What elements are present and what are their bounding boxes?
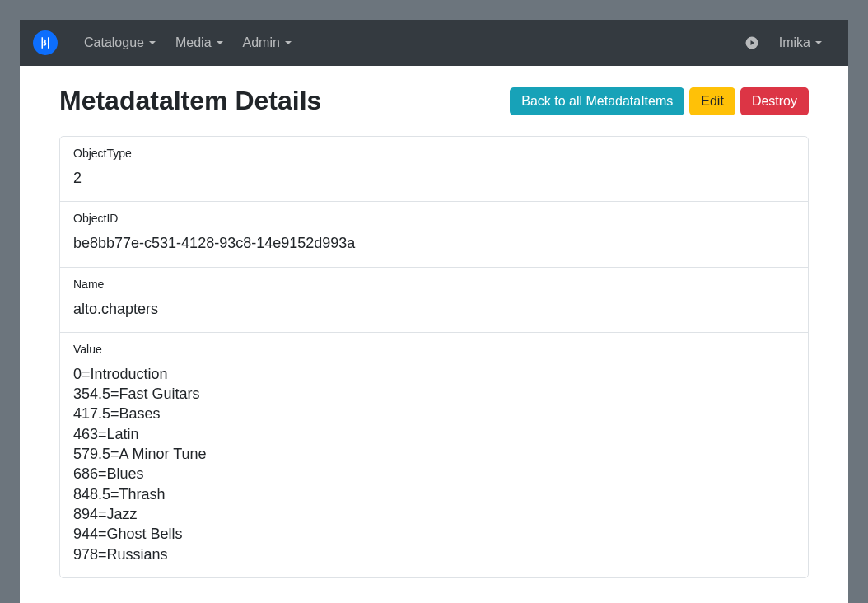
details-card: ObjectType 2 ObjectID be8bb77e-c531-4128… xyxy=(59,136,809,578)
navbar: Catalogue Media Admin Imika xyxy=(20,20,848,66)
field-label: ObjectID xyxy=(73,212,795,225)
field-value: be8bb77e-c531-4128-93c8-14e9152d993a xyxy=(73,233,795,253)
chevron-down-icon xyxy=(285,41,292,44)
field-value: 0=Introduction 354.5=Fast Guitars 417.5=… xyxy=(73,364,795,564)
nav-user-label: Imika xyxy=(779,35,810,50)
field-value: 2 xyxy=(73,168,795,188)
app-logo[interactable] xyxy=(33,30,58,55)
nav-admin-label: Admin xyxy=(243,35,280,50)
chevron-down-icon xyxy=(149,41,156,44)
play-icon[interactable] xyxy=(744,35,759,50)
field-name: Name alto.chapters xyxy=(60,268,808,333)
field-objectid: ObjectID be8bb77e-c531-4128-93c8-14e9152… xyxy=(60,202,808,267)
field-value: Value 0=Introduction 354.5=Fast Guitars … xyxy=(60,333,808,577)
destroy-button[interactable]: Destroy xyxy=(740,87,809,115)
chevron-down-icon xyxy=(217,41,223,44)
nav-catalogue[interactable]: Catalogue xyxy=(77,29,162,57)
field-label: ObjectType xyxy=(73,147,795,160)
header-row: MetadataItem Details Back to all Metadat… xyxy=(59,86,809,116)
content: MetadataItem Details Back to all Metadat… xyxy=(20,66,848,598)
nav-admin[interactable]: Admin xyxy=(236,29,298,57)
navbar-right: Imika xyxy=(744,29,835,57)
back-button[interactable]: Back to all MetadataItems xyxy=(510,87,684,115)
nav-media-label: Media xyxy=(175,35,212,50)
nav-catalogue-label: Catalogue xyxy=(84,35,144,50)
edit-button[interactable]: Edit xyxy=(689,87,735,115)
button-group: Back to all MetadataItems Edit Destroy xyxy=(510,87,809,115)
field-label: Value xyxy=(73,343,795,356)
chevron-down-icon xyxy=(815,41,822,44)
navbar-left: Catalogue Media Admin xyxy=(33,29,305,57)
nav-media[interactable]: Media xyxy=(169,29,230,57)
field-value: alto.chapters xyxy=(73,299,795,319)
page-title: MetadataItem Details xyxy=(59,86,321,116)
nav-user[interactable]: Imika xyxy=(772,29,828,57)
field-objecttype: ObjectType 2 xyxy=(60,137,808,202)
field-label: Name xyxy=(73,278,795,291)
